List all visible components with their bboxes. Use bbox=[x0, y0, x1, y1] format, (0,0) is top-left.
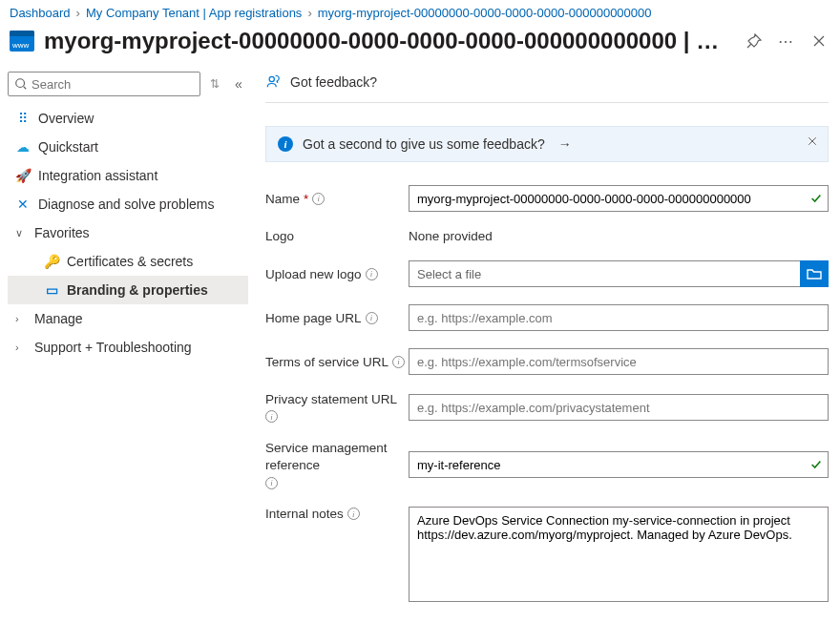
tos-url-label: Terms of service URLi bbox=[265, 355, 409, 369]
info-icon[interactable]: i bbox=[366, 312, 378, 324]
breadcrumb-app[interactable]: myorg-myproject-00000000-0000-0000-0000-… bbox=[318, 6, 652, 20]
sidebar-item-label: Quickstart bbox=[38, 139, 98, 155]
search-input[interactable] bbox=[32, 77, 194, 92]
feedback-icon bbox=[265, 73, 283, 91]
chevron-right-icon: › bbox=[15, 342, 27, 353]
info-icon[interactable]: i bbox=[265, 477, 278, 489]
arrow-right-icon[interactable]: → bbox=[558, 136, 572, 152]
sidebar-item-label: Diagnose and solve problems bbox=[38, 197, 214, 212]
search-icon bbox=[14, 77, 28, 91]
sidebar-item-certificates[interactable]: 🔑 Certificates & secrets bbox=[8, 247, 248, 276]
name-input[interactable] bbox=[409, 185, 829, 212]
sidebar-item-label: Favorites bbox=[34, 225, 90, 240]
name-label: Name*i bbox=[265, 192, 409, 206]
sidebar-group-manage[interactable]: › Manage bbox=[8, 304, 248, 333]
breadcrumb-dashboard[interactable]: Dashboard bbox=[10, 6, 71, 20]
sidebar-item-quickstart[interactable]: ☁ Quickstart bbox=[8, 133, 248, 161]
sort-toggle[interactable]: ⇅ bbox=[208, 77, 221, 91]
info-icon[interactable]: i bbox=[312, 193, 325, 205]
info-icon[interactable]: i bbox=[347, 508, 360, 520]
more-button[interactable]: ⋯ bbox=[775, 30, 798, 52]
privacy-url-label: Privacy statement URLi bbox=[265, 392, 409, 423]
pin-button[interactable] bbox=[743, 30, 766, 52]
tos-url-input[interactable] bbox=[409, 348, 829, 375]
browse-file-button[interactable] bbox=[800, 260, 829, 287]
info-icon: i bbox=[278, 136, 293, 152]
chevron-down-icon: ∨ bbox=[15, 227, 27, 239]
wrench-icon: ✕ bbox=[15, 197, 31, 212]
sidebar-item-overview[interactable]: ⠿ Overview bbox=[8, 104, 248, 133]
branding-icon: ▭ bbox=[44, 282, 59, 298]
notes-label: Internal notesi bbox=[265, 507, 409, 521]
checkmark-icon bbox=[809, 458, 823, 471]
logo-value: None provided bbox=[409, 229, 829, 243]
sidebar-group-favorites[interactable]: ∨ Favorites bbox=[8, 218, 248, 247]
search-box[interactable] bbox=[8, 72, 200, 96]
notes-textarea[interactable] bbox=[409, 507, 829, 602]
checkmark-icon bbox=[809, 192, 823, 205]
required-icon: * bbox=[304, 192, 308, 206]
chevron-right-icon: › bbox=[76, 6, 80, 20]
service-ref-label: Service management referencei bbox=[265, 440, 409, 489]
app-registration-icon: www bbox=[10, 31, 34, 52]
sidebar-item-integration-assistant[interactable]: 🚀 Integration assistant bbox=[8, 161, 248, 190]
feedback-label: Got feedback? bbox=[290, 74, 377, 90]
folder-icon bbox=[807, 266, 822, 281]
service-ref-input[interactable] bbox=[409, 451, 829, 478]
privacy-url-input[interactable] bbox=[409, 394, 829, 421]
sidebar-item-label: Integration assistant bbox=[38, 168, 158, 183]
title-bar: www myorg-myproject-00000000-0000-0000-0… bbox=[0, 24, 840, 68]
upload-logo-label: Upload new logoi bbox=[265, 267, 409, 281]
sidebar-item-label: Overview bbox=[38, 111, 94, 126]
branding-form: Name*i Logo None provided Upload new log… bbox=[265, 185, 829, 605]
home-url-input[interactable] bbox=[409, 304, 829, 331]
sidebar-group-support[interactable]: › Support + Troubleshooting bbox=[8, 333, 248, 362]
upload-logo-input[interactable]: Select a file bbox=[409, 260, 800, 287]
sidebar-item-label: Certificates & secrets bbox=[67, 254, 193, 269]
info-icon[interactable]: i bbox=[392, 356, 405, 368]
sidebar: ⇅ « ⠿ Overview ☁ Quickstart 🚀 Integratio… bbox=[0, 68, 248, 622]
main-content: Got feedback? i Got a second to give us … bbox=[248, 68, 840, 622]
close-button[interactable] bbox=[808, 30, 830, 52]
svg-point-0 bbox=[16, 79, 25, 88]
banner-text: Got a second to give us some feedback? bbox=[303, 136, 545, 152]
sidebar-item-branding[interactable]: ▭ Branding & properties bbox=[8, 276, 248, 304]
feedback-banner: i Got a second to give us some feedback?… bbox=[265, 126, 829, 162]
page-title: myorg-myproject-00000000-0000-0000-0000-… bbox=[44, 28, 719, 54]
sidebar-item-label: Manage bbox=[34, 311, 83, 326]
feedback-bar[interactable]: Got feedback? bbox=[265, 68, 829, 103]
sidebar-item-diagnose[interactable]: ✕ Diagnose and solve problems bbox=[8, 190, 248, 218]
key-icon: 🔑 bbox=[44, 254, 59, 269]
info-icon[interactable]: i bbox=[366, 268, 378, 280]
breadcrumb-tenant[interactable]: My Company Tenant | App registrations bbox=[86, 6, 302, 20]
chevron-right-icon: › bbox=[307, 6, 311, 20]
info-icon[interactable]: i bbox=[265, 410, 278, 423]
quickstart-icon: ☁ bbox=[15, 139, 31, 155]
sidebar-item-label: Branding & properties bbox=[67, 282, 208, 298]
banner-close-button[interactable] bbox=[807, 135, 818, 150]
svg-point-1 bbox=[269, 76, 274, 81]
home-url-label: Home page URLi bbox=[265, 311, 409, 325]
overview-icon: ⠿ bbox=[15, 111, 31, 126]
rocket-icon: 🚀 bbox=[15, 168, 31, 183]
breadcrumb: Dashboard › My Company Tenant | App regi… bbox=[0, 0, 840, 24]
logo-label: Logo bbox=[265, 229, 409, 243]
chevron-right-icon: › bbox=[15, 313, 27, 324]
sidebar-item-label: Support + Troubleshooting bbox=[34, 340, 192, 355]
collapse-sidebar-button[interactable]: « bbox=[229, 76, 248, 92]
